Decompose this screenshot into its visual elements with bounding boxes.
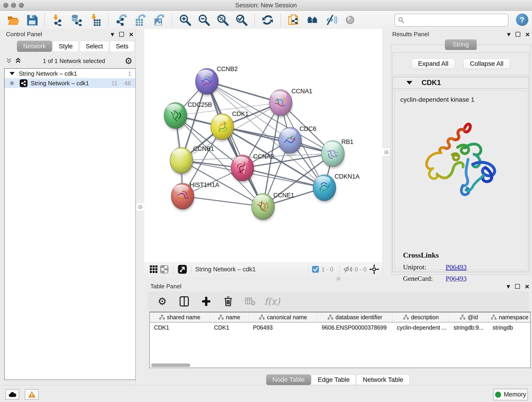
table-panel-collapse-icon[interactable]: ▼ (507, 284, 510, 289)
column-header-canonical-name[interactable]: canonical name (249, 313, 317, 322)
import-table-button[interactable] (89, 13, 102, 26)
column-header-name[interactable]: name (210, 313, 249, 322)
cloud-button[interactable] (5, 389, 19, 400)
cloud-icon (8, 391, 17, 397)
network-node[interactable] (279, 127, 302, 155)
control-panel-title: Control Panel (6, 31, 42, 38)
network-canvas[interactable]: CCNB2CCNA1CDC25BCDK1CDC6RB1CCNB1CCNA2CDK… (144, 29, 383, 263)
network-edge[interactable] (222, 127, 333, 153)
tab-string[interactable]: String (445, 39, 477, 50)
column-header-namespace[interactable]: namespace (488, 313, 531, 322)
table-options-gear-icon[interactable]: ⚙ (156, 295, 168, 307)
node-label: CCNB1 (193, 145, 214, 152)
save-session-button[interactable] (25, 13, 38, 26)
crosslink-link[interactable]: P06493 (446, 274, 467, 282)
network-node[interactable] (269, 89, 293, 118)
zoom-selected-button[interactable] (235, 13, 248, 26)
network-collection-row[interactable]: String Network – cdk1 1 (5, 69, 135, 78)
warning-button[interactable] (25, 389, 39, 400)
open-session-button[interactable] (6, 13, 19, 26)
open-in-window-icon[interactable] (177, 264, 188, 274)
delete-table-icon[interactable] (244, 295, 256, 307)
left-splitter-handle[interactable] (136, 203, 145, 211)
control-panel-collapse-icon[interactable]: ▼ (111, 32, 114, 37)
add-column-icon[interactable] (200, 295, 212, 307)
expand-all-button[interactable]: Expand All (412, 58, 455, 69)
network-node[interactable] (211, 114, 234, 142)
network-options-gear-icon[interactable]: ⚙ (125, 57, 133, 65)
expand-all-icon[interactable] (15, 57, 23, 65)
gene-section-header[interactable]: CDK1 (393, 77, 529, 89)
window-title: Session: New Session (0, 2, 532, 9)
hide-details-button[interactable] (325, 13, 338, 26)
network-node[interactable] (170, 147, 193, 175)
network-node[interactable] (231, 155, 254, 183)
export-network-button[interactable] (115, 13, 128, 26)
network-edge[interactable] (183, 196, 263, 206)
zoom-fit-button[interactable] (216, 13, 229, 26)
protein-structure-image (413, 118, 509, 211)
import-network-database-button[interactable] (70, 13, 83, 26)
table-cell: stringdb:9... (450, 322, 488, 332)
column-header--id[interactable]: @id (450, 313, 488, 322)
tab-style[interactable]: Style (53, 41, 79, 52)
hidden-eye-icon[interactable] (343, 265, 352, 273)
delete-column-icon[interactable] (222, 295, 234, 307)
tab-node-table[interactable]: Node Table (266, 375, 311, 385)
refresh-button[interactable] (261, 13, 274, 26)
results-panel-collapse-icon[interactable]: ▼ (507, 32, 510, 37)
tab-network-table[interactable]: Network Table (356, 375, 409, 385)
collection-expander-icon[interactable] (10, 72, 15, 75)
zoom-out-button[interactable] (197, 13, 210, 26)
table-row[interactable]: CDK1CDK1P064939606.ENSP00000378699cyclin… (150, 322, 530, 332)
gene-expander-icon[interactable] (406, 81, 412, 85)
tab-network[interactable]: Network (17, 41, 52, 52)
table-hscrollbar[interactable] (151, 364, 190, 367)
results-panel-float-icon[interactable] (515, 32, 520, 37)
grid-view-icon[interactable] (148, 264, 159, 274)
results-panel-close-icon[interactable]: × (525, 32, 530, 37)
network-node[interactable] (252, 193, 275, 221)
table-toolbar: ⚙ f(x) (147, 292, 529, 311)
column-header-description[interactable]: description (393, 313, 450, 322)
string-home-button[interactable] (306, 13, 319, 26)
export-table-button[interactable] (134, 13, 147, 26)
help-button[interactable]: ? (516, 13, 528, 26)
help-icon: ? (520, 15, 525, 24)
memory-button[interactable]: Memory (493, 389, 528, 400)
clipboard-share-button[interactable] (287, 13, 300, 26)
network-bullet-icon (10, 81, 14, 85)
tab-sets[interactable]: Sets (110, 41, 134, 52)
network-node[interactable] (196, 68, 219, 96)
control-panel-close-icon[interactable]: × (129, 32, 133, 37)
birdseye-icon[interactable] (369, 264, 380, 274)
network-row[interactable]: String Network – cdk1 11 48 (5, 78, 135, 88)
gene-section: CDK1 cyclin-dependent kinase 1 (393, 77, 529, 272)
string-style-icon[interactable] (159, 264, 170, 274)
tab-select[interactable]: Select (80, 41, 109, 52)
import-network-file-icon (52, 14, 64, 26)
crosslink-link[interactable]: P06493 (446, 263, 467, 271)
zoom-in-button[interactable] (179, 13, 191, 26)
results-panel-title: Results Panel (392, 31, 429, 38)
tab-edge-table[interactable]: Edge Table (312, 375, 356, 385)
export-image-button[interactable] (152, 13, 165, 26)
node-label: HIST1H1A (190, 182, 219, 188)
import-network-file-button[interactable] (51, 13, 64, 26)
collapse-all-icon[interactable] (6, 57, 15, 65)
column-header-shared-name[interactable]: shared name (150, 313, 210, 322)
network-node[interactable] (313, 175, 336, 203)
column-header-database-identifier[interactable]: database identifier (317, 313, 393, 322)
collapse-all-button[interactable]: Collapse All (463, 58, 510, 69)
network-node[interactable] (164, 102, 187, 130)
table-panel-float-icon[interactable] (515, 284, 520, 289)
table-panel: Table Panel ▼ × ⚙ f(x) shared namename (144, 281, 532, 385)
table-panel-close-icon[interactable]: × (525, 284, 529, 289)
function-builder-icon[interactable]: f(x) (266, 295, 278, 307)
search-input[interactable] (405, 15, 508, 25)
show-columns-icon[interactable] (178, 295, 190, 307)
bottom-splitter-handle[interactable] (336, 277, 340, 281)
selected-checkbox-icon[interactable] (312, 266, 319, 273)
show-details-button[interactable] (344, 13, 356, 26)
control-panel-float-icon[interactable] (119, 32, 124, 37)
